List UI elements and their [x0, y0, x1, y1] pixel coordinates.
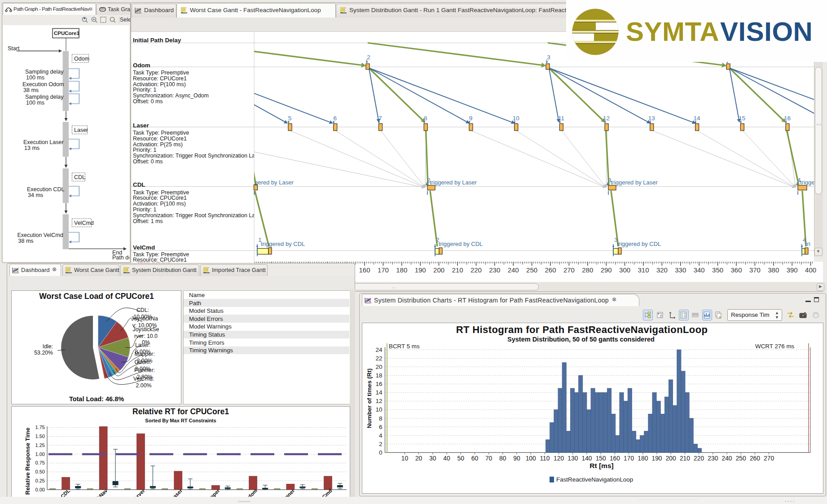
svg-text:18: 18 [375, 372, 382, 379]
svg-text:160: 160 [610, 455, 620, 462]
svg-text:60: 60 [471, 455, 479, 462]
svg-text:1.75: 1.75 [35, 425, 45, 430]
svg-text:11: 11 [558, 115, 564, 122]
svg-text:310: 310 [638, 266, 649, 274]
svg-text:10: 10 [513, 115, 519, 122]
svg-text:0: 0 [379, 449, 383, 456]
svg-text:16: 16 [784, 115, 791, 122]
svg-text:70: 70 [485, 455, 493, 462]
svg-text:15: 15 [739, 115, 745, 122]
svg-text:3: 3 [547, 54, 550, 61]
svg-text:triggered by CDL: triggered by CDL [617, 241, 661, 247]
svg-text:110: 110 [540, 455, 550, 462]
svg-text:260: 260 [545, 266, 556, 274]
svg-text:0.00: 0.00 [35, 487, 45, 492]
svg-text:20: 20 [415, 455, 422, 462]
svg-text:1.25: 1.25 [35, 443, 45, 448]
svg-text:triggered by Laser: triggered by Laser [611, 179, 658, 186]
svg-text:12: 12 [375, 398, 382, 404]
svg-text:240: 240 [508, 266, 519, 274]
svg-text:14: 14 [694, 115, 701, 122]
svg-text:14: 14 [375, 389, 383, 396]
svg-text:180: 180 [638, 455, 648, 462]
svg-text:190: 190 [651, 455, 662, 462]
svg-text:80: 80 [499, 455, 506, 462]
svg-text:260: 260 [750, 455, 760, 462]
svg-text:220: 220 [694, 455, 704, 462]
svg-text:360: 360 [730, 266, 742, 274]
svg-text:1.00: 1.00 [35, 451, 45, 457]
svg-text:triggered by CDL: triggered by CDL [261, 241, 305, 247]
svg-text:150: 150 [596, 455, 606, 462]
svg-text:5: 5 [288, 115, 292, 122]
svg-text:8: 8 [424, 115, 427, 122]
svg-text:250: 250 [526, 266, 537, 274]
svg-text:170: 170 [378, 266, 389, 274]
svg-text:0.75: 0.75 [35, 460, 45, 465]
svg-text:10: 10 [375, 406, 382, 413]
svg-text:22: 22 [375, 355, 382, 362]
svg-text:120: 120 [554, 455, 564, 462]
svg-text:290: 290 [601, 266, 612, 274]
svg-text:400: 400 [805, 266, 816, 274]
svg-text:tri: tri [805, 241, 810, 247]
svg-text:230: 230 [489, 266, 500, 274]
svg-text:6: 6 [333, 115, 337, 122]
svg-text:gered by Laser: gered by Laser [255, 179, 294, 186]
svg-text:8: 8 [379, 415, 383, 422]
svg-text:triggered by Laser: triggered by Laser [430, 179, 477, 186]
svg-text:12: 12 [603, 115, 610, 122]
svg-text:380: 380 [768, 266, 779, 274]
svg-text:320: 320 [656, 266, 668, 274]
svg-text:300: 300 [619, 266, 630, 274]
svg-text:330: 330 [675, 266, 686, 274]
svg-text:13: 13 [648, 115, 655, 122]
svg-text:10: 10 [401, 455, 409, 462]
svg-text:7: 7 [378, 115, 382, 122]
svg-text:160: 160 [359, 266, 370, 274]
svg-text:200: 200 [666, 455, 676, 462]
svg-text:2: 2 [379, 441, 383, 447]
svg-text:270: 270 [563, 266, 575, 274]
svg-text:30: 30 [429, 455, 436, 462]
svg-text:350: 350 [712, 266, 723, 274]
svg-text:SYMTA: SYMTA [626, 17, 719, 47]
svg-text:50: 50 [457, 455, 465, 462]
svg-text:170: 170 [624, 455, 634, 462]
svg-text:2: 2 [367, 54, 370, 61]
svg-text:240: 240 [721, 455, 732, 462]
svg-text:40: 40 [443, 455, 450, 462]
svg-text:9: 9 [469, 115, 473, 122]
svg-text:16: 16 [375, 381, 382, 387]
svg-text:230: 230 [708, 455, 718, 462]
svg-text:6: 6 [379, 424, 383, 430]
svg-text:340: 340 [694, 266, 705, 274]
svg-text:190: 190 [415, 266, 426, 274]
svg-text:0.50: 0.50 [35, 469, 45, 474]
svg-text:VISION: VISION [720, 17, 813, 47]
svg-text:90: 90 [513, 455, 520, 462]
svg-text:20: 20 [375, 364, 382, 370]
svg-text:270: 270 [764, 455, 774, 462]
svg-text:200: 200 [433, 266, 444, 274]
svg-text:100: 100 [526, 455, 536, 462]
svg-text:triggered by CDL: triggered by CDL [439, 241, 483, 247]
svg-text:370: 370 [749, 266, 761, 274]
svg-text:210: 210 [680, 455, 690, 462]
svg-text:OTO: OTO [99, 8, 106, 11]
svg-text:24: 24 [375, 346, 383, 353]
svg-text:1.50: 1.50 [35, 434, 45, 439]
svg-text:130: 130 [567, 455, 578, 462]
svg-text:0.25: 0.25 [35, 478, 45, 483]
svg-text:Sele: Sele [120, 17, 130, 23]
svg-text:280: 280 [582, 266, 593, 274]
svg-text:140: 140 [581, 455, 592, 462]
svg-text:180: 180 [396, 266, 407, 274]
svg-text:220: 220 [471, 266, 482, 274]
svg-text:210: 210 [452, 266, 463, 274]
svg-text:390: 390 [787, 266, 798, 274]
svg-text:4: 4 [379, 432, 383, 439]
svg-text:250: 250 [736, 455, 746, 462]
